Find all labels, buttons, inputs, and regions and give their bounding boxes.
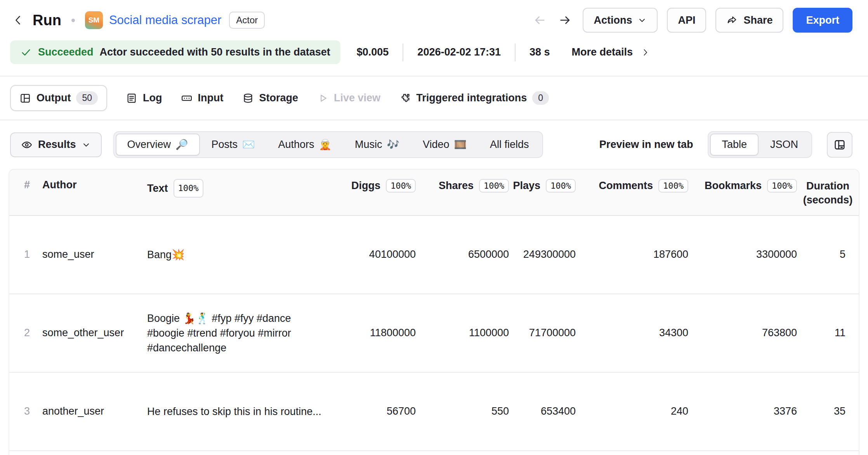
tab-label: Log	[143, 92, 162, 104]
cell-shares: 1100000	[429, 327, 522, 339]
column-header-: #	[9, 170, 42, 199]
overview-emoji-icon: 🔎	[175, 139, 188, 151]
cell-index: 1	[9, 248, 42, 260]
column-header-diggs: Diggs100%	[347, 170, 429, 200]
run-status-bar: Succeeded Actor succeeded with 50 result…	[0, 37, 868, 76]
field-fill-rate-badge: 100%	[386, 179, 416, 193]
export-button[interactable]: Export	[793, 8, 852, 33]
cell-bookmarks: 3376	[701, 405, 810, 417]
chevron-right-icon	[641, 48, 650, 57]
run-page: Run SM Social media scraper Actor Action…	[0, 0, 868, 455]
view-tab-video[interactable]: Video🎞️	[411, 134, 478, 156]
status-badge: Succeeded Actor succeeded with 50 result…	[10, 40, 340, 64]
cell-diggs: 40100000	[347, 248, 429, 260]
table-row: 4😂	[9, 451, 859, 455]
posts-emoji-icon: ✉️	[242, 139, 255, 151]
tab-label: Live view	[334, 92, 380, 104]
tab-count-badge: 0	[532, 91, 549, 105]
cell-text: He refuses to skip this in his routine..…	[147, 404, 347, 419]
cell-plays: 653400	[522, 405, 589, 417]
run-duration: 38 s	[529, 46, 550, 58]
column-label: #	[24, 179, 30, 191]
cell-duration: 11	[810, 327, 859, 339]
export-label: Export	[806, 14, 839, 26]
storage-icon	[242, 92, 254, 104]
cell-shares: 550	[429, 405, 522, 417]
chevron-left-icon	[12, 14, 25, 27]
log-icon	[126, 92, 137, 104]
view-tab-label: Overview	[127, 139, 171, 151]
eye-icon	[21, 139, 33, 151]
table-row: 3another_userHe refuses to skip this in …	[9, 373, 859, 451]
cell-author: some_other_user	[42, 327, 147, 339]
view-tab-label: All fields	[490, 139, 529, 151]
format-option-table[interactable]: Table	[710, 134, 759, 156]
history-forward-button[interactable]	[557, 12, 573, 28]
tab-triggered-integrations[interactable]: Triggered integrations0	[399, 86, 549, 110]
input-icon	[181, 92, 193, 104]
divider	[515, 43, 516, 61]
column-header-plays: Plays100%	[522, 170, 589, 200]
column-label: Duration	[806, 179, 849, 193]
field-fill-rate-badge: 100%	[479, 179, 509, 193]
puzzle-icon	[399, 92, 411, 104]
preview-in-new-tab-link[interactable]: Preview in new tab	[599, 139, 693, 151]
actor-type-badge: Actor	[229, 12, 265, 29]
cell-comments: 187600	[589, 248, 701, 260]
column-header-duration: Duration(seconds)	[810, 170, 859, 215]
cell-plays: 249300000	[522, 248, 589, 260]
tab-input[interactable]: Input	[181, 87, 224, 109]
field-fill-rate-badge: 100%	[174, 179, 203, 198]
view-tab-all-fields[interactable]: All fields	[478, 134, 541, 156]
view-tab-label: Video	[423, 139, 450, 151]
actor-avatar[interactable]: SM	[85, 11, 103, 29]
table-header-row: #AuthorText100%Diggs100%Shares100%Plays1…	[9, 170, 859, 216]
share-button[interactable]: Share	[715, 8, 783, 33]
view-tab-label: Posts	[212, 139, 238, 151]
column-label-line2: (seconds)	[803, 193, 853, 207]
share-label: Share	[743, 14, 773, 26]
tab-storage[interactable]: Storage	[242, 87, 299, 109]
authors-emoji-icon: 🧝	[319, 139, 332, 151]
results-dropdown-button[interactable]: Results	[10, 132, 102, 157]
history-back-button[interactable]	[531, 12, 548, 28]
cell-diggs: 11800000	[347, 327, 429, 339]
tab-output[interactable]: Output50	[10, 85, 107, 111]
cell-index: 2	[9, 327, 42, 339]
layout-columns-icon	[833, 138, 846, 151]
tab-label: Storage	[259, 92, 299, 104]
actions-button[interactable]: Actions	[583, 8, 658, 33]
tab-log[interactable]: Log	[126, 87, 162, 109]
actor-link[interactable]: Social media scraper	[109, 13, 221, 27]
cell-duration: 5	[810, 248, 859, 260]
tab-live-view[interactable]: Live view	[317, 87, 380, 109]
view-tab-overview[interactable]: Overview🔎	[116, 134, 200, 156]
results-right-group: Preview in new tab TableJSON	[599, 131, 852, 158]
cell-diggs: 56700	[347, 405, 429, 417]
dataset-view-switcher: Overview🔎Posts✉️Authors🧝Music🎶Video🎞️All…	[113, 131, 543, 158]
status-message: Actor succeeded with 50 results in the d…	[100, 46, 330, 58]
back-button[interactable]	[10, 12, 26, 28]
tab-count-badge: 50	[76, 91, 98, 105]
column-label: Bookmarks	[705, 180, 762, 192]
column-header-author: Author	[42, 170, 147, 199]
api-button[interactable]: API	[667, 8, 706, 33]
format-option-json[interactable]: JSON	[759, 134, 810, 156]
view-tab-posts[interactable]: Posts✉️	[200, 134, 267, 156]
more-details-label: More details	[572, 46, 633, 58]
results-label: Results	[38, 139, 76, 151]
column-settings-button[interactable]	[827, 132, 852, 158]
video-emoji-icon: 🎞️	[454, 139, 467, 151]
view-tab-music[interactable]: Music🎶	[343, 134, 411, 156]
table-body: 1some_userBang💥4010000065000002493000001…	[9, 216, 859, 455]
divider	[403, 43, 403, 61]
tab-label: Triggered integrations	[416, 92, 527, 104]
more-details-button[interactable]: More details	[572, 46, 650, 58]
cell-author: some_user	[42, 248, 147, 260]
cell-plays: 71700000	[522, 327, 589, 339]
arrow-right-icon	[559, 14, 572, 27]
column-header-shares: Shares100%	[429, 170, 522, 200]
column-label: Comments	[599, 180, 653, 192]
cell-bookmarks: 763800	[701, 327, 810, 339]
view-tab-authors[interactable]: Authors🧝	[267, 134, 344, 156]
